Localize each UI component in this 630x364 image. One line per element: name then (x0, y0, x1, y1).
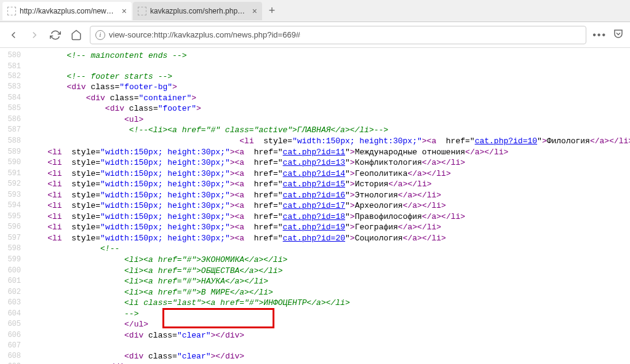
source-line[interactable]: 592 <li style="width:150px; height:30px;… (0, 179, 630, 190)
line-number: 594 (0, 200, 28, 212)
code-content: <div class="clear"></div> (28, 351, 630, 362)
line-number: 589 (0, 147, 28, 158)
reload-button[interactable] (48, 28, 63, 42)
source-line[interactable]: 584 <div class="container"> (0, 93, 630, 104)
code-content: <div class="container"> (28, 93, 630, 104)
line-number: 609 (0, 362, 28, 364)
url-bar[interactable]: i view-source:http://kavkazplus.com/news… (90, 26, 586, 44)
line-number: 584 (0, 93, 28, 104)
code-content: <li><a href="#">ОБЩЕСТВА</a></li> (28, 266, 630, 277)
line-number: 604 (0, 309, 28, 320)
source-line[interactable]: 599 <li><a href="#">ЭКОНОМИКА</a></li> (0, 255, 630, 266)
code-content: <li style="width:150px; height:30px;"><a… (28, 136, 630, 147)
close-icon[interactable]: × (122, 6, 127, 16)
source-line[interactable]: 600 <li><a href="#">ОБЩЕСТВА</a></li> (0, 266, 630, 277)
code-content: <li><a href="#">НАУКА</a></li> (28, 276, 630, 287)
more-icon[interactable]: ••• (592, 30, 607, 41)
line-number: 580 (0, 50, 28, 61)
code-content: <li style="width:150px; height:30px;"><a… (28, 222, 630, 233)
nav-bar: i view-source:http://kavkazplus.com/news… (0, 22, 630, 48)
source-line[interactable]: 595 <li style="width:150px; height:30px;… (0, 212, 630, 223)
code-content: <!-- (28, 243, 630, 255)
line-number: 597 (0, 233, 28, 244)
source-line[interactable]: 593 <li style="width:150px; height:30px;… (0, 190, 630, 201)
source-line[interactable]: 590 <li style="width:150px; height:30px;… (0, 157, 630, 168)
source-line[interactable]: 582 <!-- footer starts --> (0, 71, 630, 82)
line-number: 582 (0, 71, 28, 82)
code-content: <li style="width:150px; height:30px;"><a… (28, 233, 630, 244)
code-content: <li class="last"><a href="#">ИНФОЦЕНТР</… (28, 298, 630, 309)
code-content: <li style="width:150px; height:30px;"><a… (28, 147, 630, 158)
tab-1[interactable]: http://kavkazplus.com/news.php?id… × (2, 2, 132, 20)
tab-bar: http://kavkazplus.com/news.php?id… × kav… (0, 0, 630, 22)
source-line[interactable]: 604 --> (0, 309, 630, 320)
code-content: </div> (28, 362, 630, 364)
line-number: 596 (0, 222, 28, 233)
line-number: 600 (0, 266, 28, 277)
line-number: 587 (0, 125, 28, 136)
page-icon (138, 7, 146, 15)
source-line[interactable]: 589 <li style="width:150px; height:30px;… (0, 147, 630, 158)
home-button[interactable] (69, 28, 84, 42)
code-content: <li style="width:150px; height:30px;"><a… (28, 179, 630, 190)
code-content: --> (28, 309, 630, 320)
line-number: 586 (0, 114, 28, 125)
source-line[interactable]: 580 <!-- maincontent ends --> (0, 50, 630, 61)
source-line[interactable]: 602 <li><a href="#">В МИРЕ</a></li> (0, 287, 630, 298)
source-line[interactable]: 583 <div class="footer-bg"> (0, 82, 630, 93)
code-content: <li style="width:150px; height:30px;"><a… (28, 190, 630, 201)
source-view[interactable]: 580 <!-- maincontent ends -->581582 <!--… (0, 48, 630, 364)
source-line[interactable]: 585 <div class="footer"> (0, 103, 630, 114)
line-number: 603 (0, 298, 28, 309)
info-icon[interactable]: i (95, 30, 105, 40)
line-number: 588 (0, 136, 28, 147)
source-line[interactable]: 594 <li style="width:150px; height:30px;… (0, 200, 630, 212)
back-button[interactable] (6, 28, 21, 42)
line-number: 599 (0, 255, 28, 266)
source-line[interactable]: 605 </ul> (0, 319, 630, 330)
url-text: view-source:http://kavkazplus.com/news.p… (109, 30, 581, 39)
code-content: <ul> (28, 114, 630, 125)
line-number: 601 (0, 276, 28, 287)
tab-2[interactable]: kavkazplus.com/sherh.php?action=… × (133, 2, 262, 20)
source-line[interactable]: 607 (0, 341, 630, 350)
source-line[interactable]: 591 <li style="width:150px; height:30px;… (0, 168, 630, 180)
line-number: 605 (0, 319, 28, 330)
code-content: <div class="footer-bg"> (28, 82, 630, 93)
forward-button[interactable] (27, 28, 42, 42)
code-content: <!--<li><a href="#" class="active">ГЛАВН… (28, 125, 630, 136)
line-number: 602 (0, 287, 28, 298)
source-line[interactable]: 586 <ul> (0, 114, 630, 125)
pocket-icon[interactable] (613, 28, 624, 42)
new-tab-button[interactable]: + (263, 2, 281, 20)
code-content: <div class="footer"> (28, 103, 630, 114)
source-line[interactable]: 598 <!-- (0, 243, 630, 255)
source-line[interactable]: 597 <li style="width:150px; height:30px;… (0, 233, 630, 244)
code-content: <li style="width:150px; height:30px;"><a… (28, 212, 630, 223)
line-number: 585 (0, 103, 28, 114)
line-number: 608 (0, 351, 28, 362)
code-content: <div class="clear"></div> (28, 330, 630, 341)
line-number: 591 (0, 168, 28, 180)
code-content: <li style="width:150px; height:30px;"><a… (28, 200, 630, 212)
source-line[interactable]: 603 <li class="last"><a href="#">ИНФОЦЕН… (0, 298, 630, 309)
code-content: <li><a href="#">ЭКОНОМИКА</a></li> (28, 255, 630, 266)
code-content: <!-- footer starts --> (28, 71, 630, 82)
source-line[interactable]: 596 <li style="width:150px; height:30px;… (0, 222, 630, 233)
source-line[interactable]: 601 <li><a href="#">НАУКА</a></li> (0, 276, 630, 287)
close-icon[interactable]: × (252, 6, 257, 16)
line-number: 583 (0, 82, 28, 93)
source-line[interactable]: 588 <li style="width:150px; height:30px;… (0, 136, 630, 147)
code-content: <li style="width:150px; height:30px;"><a… (28, 157, 630, 168)
tab-title: kavkazplus.com/sherh.php?action=… (150, 7, 247, 15)
code-content: </ul> (28, 319, 630, 330)
source-line[interactable]: 581 (0, 61, 630, 71)
toolbar-right: ••• (592, 28, 624, 42)
source-line[interactable]: 587 <!--<li><a href="#" class="active">Г… (0, 125, 630, 136)
source-line[interactable]: 608 <div class="clear"></div> (0, 351, 630, 362)
code-content (28, 341, 630, 350)
line-number: 590 (0, 157, 28, 168)
source-line[interactable]: 606 <div class="clear"></div> (0, 330, 630, 341)
line-number: 593 (0, 190, 28, 201)
source-line[interactable]: 609 </div> (0, 362, 630, 364)
